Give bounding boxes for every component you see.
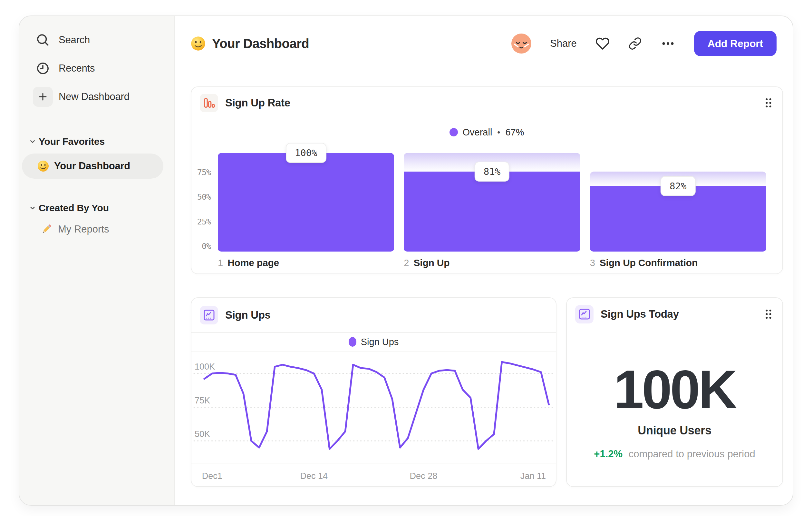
line-x-tick: Dec1 [202,471,222,481]
line-y-tick: 75K [195,396,210,406]
funnel-step-labels: 1Home page2Sign Up3Sign Up Confirmation [218,251,766,268]
card-title: Sign Up Rate [225,97,290,109]
line-y-tick: 100K [195,362,215,372]
page-title: Your Dashboard [212,36,309,51]
card-title: Sign Ups [225,309,271,321]
avatar[interactable] [511,33,531,54]
section-title: Created By You [39,202,109,214]
line-chart-svg [192,352,556,463]
line-x-labels: Dec1Dec 14Dec 28Jan 11 [192,463,556,486]
funnel-bar[interactable]: 100% [218,153,394,251]
drag-handle-icon[interactable] [764,309,773,320]
plus-icon [33,87,53,107]
line-chart: 100K75K50K [192,352,556,463]
dashboard-header: Your Dashboard Share [175,16,793,71]
bottom-cards-row: Sign Ups Sign Ups 100K75K50K Dec1Dec 14D… [191,297,783,487]
section-title: Your Favorites [39,136,105,147]
funnel-y-tick: 50% [192,192,211,201]
sidebar-item-your-dashboard[interactable]: Your Dashboard [22,154,163,179]
smiley-icon [191,36,206,51]
share-button[interactable]: Share [550,38,577,49]
legend-dot [349,337,356,347]
header-actions: Share Add Report [511,31,777,56]
funnel-bar[interactable]: 81% [404,153,580,251]
funnel-bar-solid [404,171,580,251]
funnel-step-label: 3Sign Up Confirmation [590,257,766,268]
line-x-tick: Dec 14 [300,471,328,481]
line-legend: Sign Ups [192,333,556,352]
signups-card: Sign Ups Sign Ups 100K75K50K Dec1Dec 14D… [191,297,556,487]
signups-today-card-header: Sign Ups Today [567,298,782,330]
funnel-bar[interactable]: 82% [590,153,766,251]
more-options-icon[interactable] [661,36,675,51]
sidebar-item-new-dashboard[interactable]: New Dashboard [19,83,174,111]
delta-note: compared to previous period [629,448,755,460]
app-window: Search Recents New Dashboard [19,16,793,506]
copy-link-icon[interactable] [628,37,642,50]
legend-label: Sign Ups [361,337,399,347]
funnel-y-tick: 75% [192,168,211,177]
funnel-step-label: 1Home page [218,257,394,268]
sidebar-item-recents[interactable]: Recents [19,54,174,83]
legend-dot [450,128,458,136]
sidebar-item-search[interactable]: Search [19,26,174,54]
pencil-icon [40,223,53,236]
funnel-tooltip: 82% [661,176,695,196]
line-chart-icon [575,305,593,323]
sidebar-item-label: New Dashboard [59,91,129,103]
sidebar-item-label: Your Dashboard [54,160,130,172]
signup-rate-card: Sign Up Rate Overall • 67% [191,86,783,274]
sidebar-item-my-reports[interactable]: My Reports [19,219,174,239]
funnel-step-name: Sign Up [413,257,450,268]
line-x-tick: Jan 11 [520,471,546,481]
legend-separator: • [497,127,500,137]
sidebar-section-favorites[interactable]: Your Favorites [19,134,174,150]
funnel-body: 100%81%82% 75%50%25%0% [192,145,782,251]
smiley-icon [37,160,49,172]
funnel-step-name: Home page [228,257,279,268]
funnel-tooltip: 100% [286,143,326,163]
card-title: Sign Ups Today [601,308,679,320]
chevron-down-icon [29,205,36,212]
title-group: Your Dashboard [191,36,309,51]
metric-body: 100K Unique Users +1.2% compared to prev… [567,362,782,460]
funnel-step-number: 2 [404,258,409,268]
delta-value: +1.2% [594,448,622,460]
funnel-bar-solid [218,153,394,251]
sidebar-item-label: Recents [59,62,95,74]
cards-area: Sign Up Rate Overall • 67% [175,71,793,487]
signups-line-series [204,362,549,449]
funnel-y-tick: 25% [192,217,211,226]
signup-rate-card-header: Sign Up Rate [192,87,782,119]
line-x-tick: Dec 28 [410,471,438,481]
line-chart-icon [200,306,218,324]
funnel-legend: Overall • 67% [192,119,782,145]
new-dashboard-icon-box [33,87,53,107]
bar-chart-icon [200,94,218,112]
funnel-step-number: 1 [218,258,223,268]
sidebar-section-created-by-you[interactable]: Created By You [19,200,174,216]
funnel-step-name: Sign Up Confirmation [600,257,698,268]
metric-delta-row: +1.2% compared to previous period [567,448,782,460]
funnel-bars: 100%81%82% [218,153,766,251]
favorite-heart-icon[interactable] [596,36,610,51]
sidebar: Search Recents New Dashboard [19,16,175,505]
legend-label: Overall [462,127,492,138]
funnel-y-tick: 0% [192,242,211,251]
funnel-step-label: 2Sign Up [404,257,580,268]
chevron-down-icon [29,138,36,145]
funnel-tooltip: 81% [475,162,510,182]
signups-card-header: Sign Ups [192,298,556,333]
drag-handle-icon[interactable] [764,98,773,108]
sidebar-item-label: Search [59,34,90,46]
sidebar-item-label: My Reports [58,223,109,235]
add-report-button[interactable]: Add Report [694,31,777,56]
metric-label: Unique Users [567,424,782,437]
funnel-step-number: 3 [590,258,595,268]
search-icon [33,33,53,47]
main-area: Your Dashboard Share [175,16,793,505]
clock-icon [33,62,53,75]
signups-today-card: Sign Ups Today 100K Unique Users [566,297,783,487]
line-y-tick: 50K [195,429,210,439]
metric-value: 100K [567,362,782,417]
